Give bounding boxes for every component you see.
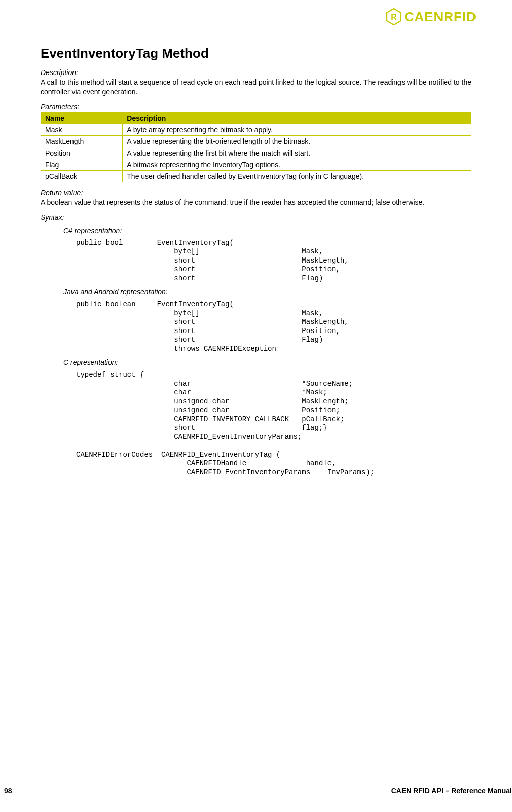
footer: 98 CAEN RFID API – Reference Manual (0, 787, 512, 795)
parameters-label: Parameters: (41, 103, 471, 111)
svg-text:R: R (391, 13, 397, 21)
manual-title: CAEN RFID API – Reference Manual (391, 787, 512, 795)
table-header-row: Name Description (41, 112, 471, 124)
csharp-label: C# representation: (63, 227, 471, 235)
col-name: Name (41, 112, 123, 124)
parameters-table: Name Description MaskA byte array repres… (41, 112, 471, 182)
java-code: public boolean EventInventoryTag( byte[]… (76, 300, 471, 353)
page-title: EventInventoryTag Method (41, 46, 471, 61)
table-row: FlagA bitmask representing the Inventory… (41, 159, 471, 170)
table-row: MaskA byte array representing the bitmas… (41, 124, 471, 135)
c-label: C representation: (63, 358, 471, 366)
description-text: A call to this method will start a seque… (41, 78, 471, 97)
table-row: pCallBackThe user defined handler called… (41, 170, 471, 182)
page-number: 98 (4, 787, 12, 795)
csharp-code: public bool EventInventoryTag( byte[] Ma… (76, 239, 471, 283)
col-desc: Description (123, 112, 471, 124)
syntax-label: Syntax: (41, 213, 471, 222)
hex-icon: R (386, 8, 401, 25)
brand-text: CAENRFID (405, 9, 477, 25)
return-text: A boolean value that represents the stat… (41, 198, 471, 207)
table-row: MaskLengthA value representing the bit-o… (41, 135, 471, 147)
page-content: EventInventoryTag Method Description: A … (41, 46, 471, 477)
java-label: Java and Android representation: (63, 288, 471, 296)
description-label: Description: (41, 68, 471, 77)
return-label: Return value: (41, 189, 471, 197)
c-code: typedef struct { char *SourceName; char … (76, 371, 471, 477)
brand-logo: R CAENRFID (386, 8, 477, 25)
table-row: PositionA value representing the first b… (41, 147, 471, 159)
